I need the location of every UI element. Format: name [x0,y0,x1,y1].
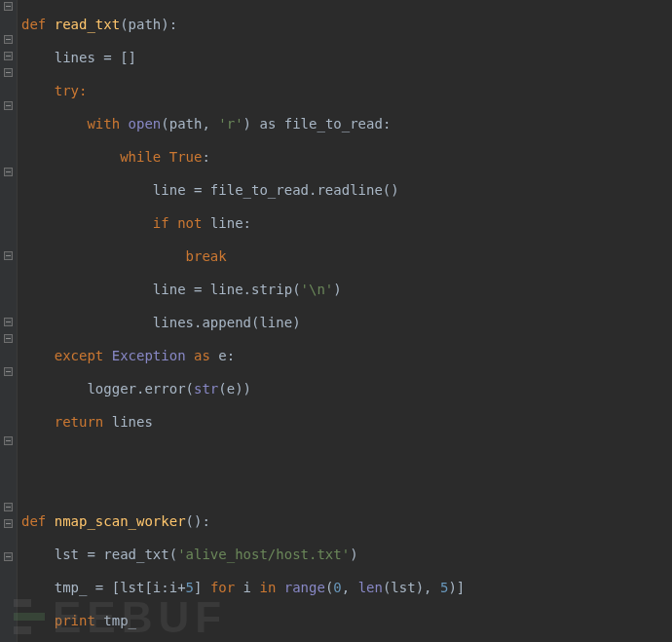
fold-icon[interactable] [4,168,13,176]
fold-icon[interactable] [4,318,13,326]
code-text: lines.append(line) [21,315,301,330]
code-text: tmp_ = [lst[i:i+ [21,580,186,595]
code-line: logger.error(str(e)) [21,381,672,397]
fold-icon[interactable] [4,367,13,376]
code-text: (lst), [383,580,440,595]
code-line: return lines [21,414,672,431]
code-text: lst = read_txt( [21,547,177,562]
keyword: as [194,348,218,363]
blank-line [21,480,672,497]
code-text: ) [350,547,357,562]
string: 'alive_host/host.txt' [177,547,350,562]
builtin: len [358,580,383,595]
keyword: except [21,348,112,363]
fold-icon[interactable] [4,68,13,77]
editor-gutter [0,0,18,642]
code-text: lines [112,414,153,430]
code-text: logger.error( [21,381,194,397]
fold-icon[interactable] [4,519,13,528]
builtin: Exception [112,348,194,363]
function-name: nmap_scan_worker [55,513,186,529]
code-text: lines = [] [21,50,136,65]
code-editor[interactable]: def read_txt(path): lines = [] try: with… [0,0,672,642]
code-text: ) as file_to_read: [243,116,392,132]
fold-icon[interactable] [4,436,13,445]
string: 'r' [218,116,243,132]
fold-icon[interactable] [4,552,13,561]
code-text: )] [448,580,465,595]
number: 5 [186,580,194,595]
keyword: break [21,248,227,264]
code-line: lst = read_txt('alive_host/host.txt') [21,547,672,563]
code-text: ] [194,580,210,595]
code-line: with open(path, 'r') as file_to_read: [21,116,672,132]
builtin: open [129,116,162,132]
keyword-def: def [21,513,55,529]
params: (path): [120,17,177,32]
keyword: for [210,580,243,595]
keyword: return [21,414,112,430]
code-text: (path, [161,116,218,132]
fold-icon[interactable] [4,251,13,260]
builtin: range [284,580,325,595]
fold-icon[interactable] [4,35,13,44]
params: (): [186,513,210,529]
code-line: if not line: [21,215,672,232]
fold-icon[interactable] [4,101,13,110]
code-text: , [342,580,358,595]
code-text: i [243,580,260,595]
code-line: line = line.strip('\n') [21,282,672,298]
code-text: tmp_ [103,613,136,628]
keyword: if not [21,215,210,231]
code-text: (e)) [218,381,251,397]
code-text: : [202,149,209,165]
code-line: def nmap_scan_worker(): [21,513,672,530]
fold-icon[interactable] [4,2,13,11]
keyword-def: def [21,17,55,32]
keyword: try: [21,83,87,98]
code-line: lines.append(line) [21,315,672,331]
fold-icon[interactable] [4,334,13,343]
keyword: in [259,580,283,595]
code-line: lines = [] [21,50,672,66]
keyword: print [21,613,103,628]
code-text: line: [210,215,251,231]
function-name: read_txt [55,17,120,32]
code-line: try: [21,83,672,99]
code-line: except Exception as e: [21,348,672,364]
code-text: line = line.strip( [21,282,301,297]
code-line: line = file_to_read.readline() [21,182,672,199]
code-text: line = file_to_read.readline() [21,182,399,198]
code-line: tmp_ = [lst[i:i+5] for i in range(0, len… [21,580,672,596]
code-line: def read_txt(path): [21,17,672,33]
keyword: with [21,116,129,132]
code-text: e: [218,348,235,363]
code-line: print tmp_ [21,613,672,629]
string: '\n' [301,282,334,297]
keyword: True [169,149,203,165]
number: 0 [333,580,341,595]
code-text: ) [333,282,341,297]
keyword: while [21,149,169,165]
builtin: str [194,381,218,397]
blank-line [21,447,672,464]
code-line: while True: [21,149,672,166]
fold-icon[interactable] [4,503,13,511]
fold-icon[interactable] [4,52,13,60]
code-line: break [21,248,672,265]
